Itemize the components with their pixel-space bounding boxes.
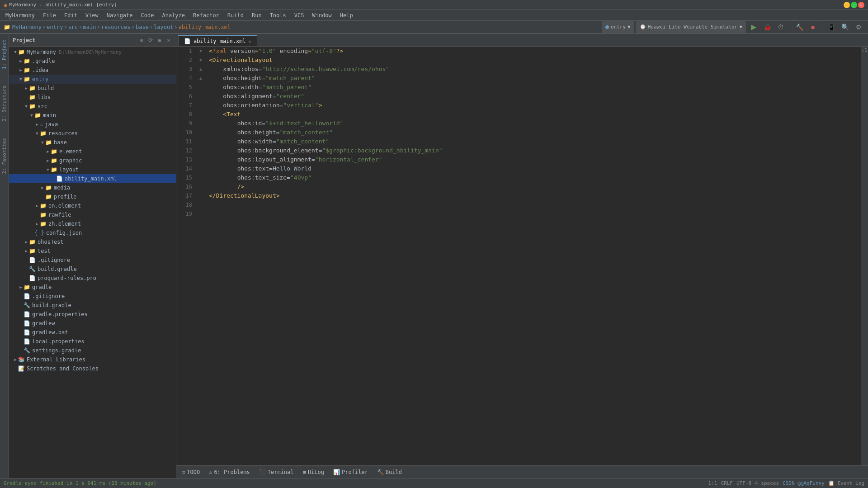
breadcrumb-src[interactable]: src — [68, 24, 78, 30]
tree-item-config-json[interactable]: { } config.json — [9, 228, 176, 237]
maximize-button[interactable]: □ — [851, 2, 857, 8]
build-button[interactable]: 🔨 — [793, 21, 805, 33]
bottom-tab-build[interactable]: 🔨 Build — [373, 467, 406, 478]
breadcrumb-main[interactable]: main — [83, 24, 96, 30]
tab-close-button[interactable]: ✕ — [249, 39, 251, 44]
menu-vcs[interactable]: VCS — [291, 11, 308, 19]
stop-button[interactable]: ■ — [807, 21, 819, 33]
menu-navigate[interactable]: Navigate — [103, 11, 137, 19]
tab-favorites[interactable]: 2: Favorites — [0, 134, 9, 177]
device-button[interactable]: 📱 — [826, 21, 837, 33]
tree-item-graphic[interactable]: ▶ 📁 graphic — [9, 156, 176, 165]
tree-item-build-gradle-root[interactable]: 🔧 build.gradle — [9, 301, 176, 310]
folder-icon: 📁 — [45, 139, 52, 146]
code-content[interactable]: <?xml version="1.0" encoding="utf-8"?> <… — [205, 47, 861, 465]
tree-item-zh-element[interactable]: ▶ 📁 zh.element — [9, 219, 176, 228]
profile-button[interactable]: ⏱ — [775, 21, 787, 33]
fold-indicator[interactable]: ▲ — [196, 65, 205, 74]
menu-myharmony[interactable]: MyHarmony — [2, 11, 38, 19]
tree-item-base[interactable]: ▼ 📁 base — [9, 138, 176, 147]
tree-item-resources[interactable]: ▼ 📁 resources — [9, 129, 176, 138]
panel-close-icon[interactable]: ✕ — [165, 37, 172, 44]
tree-item-gradlew[interactable]: 📄 gradlew — [9, 319, 176, 328]
tree-item-proguard[interactable]: 📄 proguard-rules.pro — [9, 274, 176, 283]
tab-ability-main[interactable]: 📄 ability_main.xml ✕ — [178, 35, 257, 46]
menu-edit[interactable]: Edit — [61, 11, 81, 19]
tab-project[interactable]: 1: Project — [0, 36, 9, 73]
settings-button[interactable]: ⚙ — [853, 21, 864, 33]
menu-build[interactable]: Build — [224, 11, 247, 19]
status-position[interactable]: 1:1 — [708, 480, 717, 486]
bottom-tab-profiler[interactable]: 📊 Profiler — [330, 467, 372, 478]
status-encoding[interactable]: UTF-8 — [736, 480, 751, 486]
tree-item-ohostest[interactable]: ▶ 📁 ohosTest — [9, 237, 176, 246]
menu-view[interactable]: View — [82, 11, 102, 19]
tree-item-element[interactable]: ▶ 📁 element — [9, 147, 176, 156]
tree-item-gitignore-entry[interactable]: 📄 .gitignore — [9, 256, 176, 265]
tree-item-media[interactable]: ▶ 📁 media — [9, 183, 176, 192]
code-line-12: ohos:width="match_content" — [209, 137, 857, 146]
tree-item-main[interactable]: ▼ 📁 main — [9, 111, 176, 120]
panel-sync-icon[interactable]: ⟳ — [147, 37, 154, 44]
tree-item-entry[interactable]: ▼ 📁 entry — [9, 75, 176, 84]
breadcrumb-resources[interactable]: resources — [101, 24, 131, 30]
menu-code[interactable]: Code — [137, 11, 158, 19]
menu-analyze[interactable]: Analyze — [158, 11, 189, 19]
fold-indicator[interactable]: ▼ — [196, 47, 205, 56]
breadcrumb-myharmony[interactable]: MyHarmony — [12, 24, 42, 30]
tree-item-layout[interactable]: ▼ 📁 layout — [9, 165, 176, 174]
menu-refactor[interactable]: Refactor — [189, 11, 223, 19]
tree-item-idea[interactable]: ▶ 📁 .idea — [9, 66, 176, 75]
tree-label: config.json — [46, 230, 82, 236]
title-bar-controls[interactable]: ─ □ ✕ — [844, 2, 864, 8]
event-log-icon[interactable]: 📋 Event Log — [828, 480, 864, 486]
fold-indicator[interactable]: ▼ — [196, 56, 205, 65]
tree-item-src[interactable]: ▼ 📁 src — [9, 102, 176, 111]
close-button[interactable]: ✕ — [858, 2, 864, 8]
menu-help[interactable]: Help — [336, 11, 357, 19]
tree-item-ability-main[interactable]: 📄 ability_main.xml — [9, 174, 176, 183]
breadcrumb-layout[interactable]: layout — [154, 24, 173, 30]
tree-item-test[interactable]: ▶ 📁 test — [9, 246, 176, 256]
status-indent[interactable]: 4 spaces — [755, 480, 779, 486]
tree-item-gradlew-bat[interactable]: 📄 gradlew.bat — [9, 328, 176, 337]
menu-window[interactable]: Window — [308, 11, 335, 19]
minimize-button[interactable]: ─ — [844, 2, 850, 8]
tree-item-settings-gradle[interactable]: 🔧 settings.gradle — [9, 346, 176, 355]
tree-item-libs[interactable]: 📁 libs — [9, 93, 176, 102]
menu-file[interactable]: File — [39, 11, 60, 19]
debug-button[interactable]: 🐞 — [761, 21, 773, 33]
tree-item-gradle[interactable]: ▶ 📁 gradle — [9, 283, 176, 292]
tree-item-gitignore-root[interactable]: 📄 .gitignore — [9, 292, 176, 301]
menu-run[interactable]: Run — [248, 11, 265, 19]
tree-item-external-libs[interactable]: ▶ 📚 External Libraries — [9, 355, 176, 364]
tree-item-myharmony[interactable]: ▼ 📁 MyHarmony D:\HarmonOS\MyHarmony — [9, 47, 176, 57]
run-config-dropdown[interactable]: entry ▼ — [602, 21, 634, 33]
tree-item-profile[interactable]: 📁 profile — [9, 192, 176, 201]
bottom-tab-todo[interactable]: ☑ TODO — [178, 467, 203, 478]
fold-indicator[interactable]: ▲ — [196, 74, 205, 83]
panel-expand-icon[interactable]: ⊞ — [156, 37, 163, 44]
bottom-tab-terminal[interactable]: ⬛ Terminal — [255, 467, 297, 478]
search-button[interactable]: 🔍 — [839, 21, 851, 33]
tree-item-scratches[interactable]: 📝 Scratches and Consoles — [9, 364, 176, 373]
tree-item-en-element[interactable]: ▶ 📁 en.element — [9, 201, 176, 210]
menu-tools[interactable]: Tools — [266, 11, 290, 19]
tree-item-java[interactable]: ▶ ☕ java — [9, 120, 176, 129]
bottom-tab-problems[interactable]: ⚠ 6: Problems — [205, 467, 254, 478]
simulator-config-dropdown[interactable]: ⌚ Huawei Lite Wearable Simulator ▼ — [636, 21, 746, 33]
breadcrumb-entry[interactable]: entry — [47, 24, 63, 30]
run-button[interactable]: ▶ — [748, 21, 760, 33]
breadcrumb-base[interactable]: base — [136, 24, 149, 30]
tree-item-gradle-properties[interactable]: 📄 gradle.properties — [9, 310, 176, 319]
tree-item-rawfile[interactable]: 📁 rawfile — [9, 210, 176, 219]
status-line-ending[interactable]: CRLF — [721, 480, 733, 486]
breadcrumb-file[interactable]: ability_main.xml — [179, 24, 231, 30]
tree-item-build-gradle-entry[interactable]: 🔧 build.gradle — [9, 265, 176, 274]
bottom-tab-hilog[interactable]: ≡ HiLog — [299, 467, 328, 478]
tree-item-local-properties[interactable]: 📄 local.properties — [9, 337, 176, 346]
panel-settings-icon[interactable]: ⚙ — [138, 37, 145, 44]
tree-item-build[interactable]: ▶ 📁 build — [9, 84, 176, 93]
tree-item-gradle-hidden[interactable]: ▶ 📁 .gradle — [9, 57, 176, 66]
tab-structure[interactable]: 2: Structure — [0, 82, 9, 125]
